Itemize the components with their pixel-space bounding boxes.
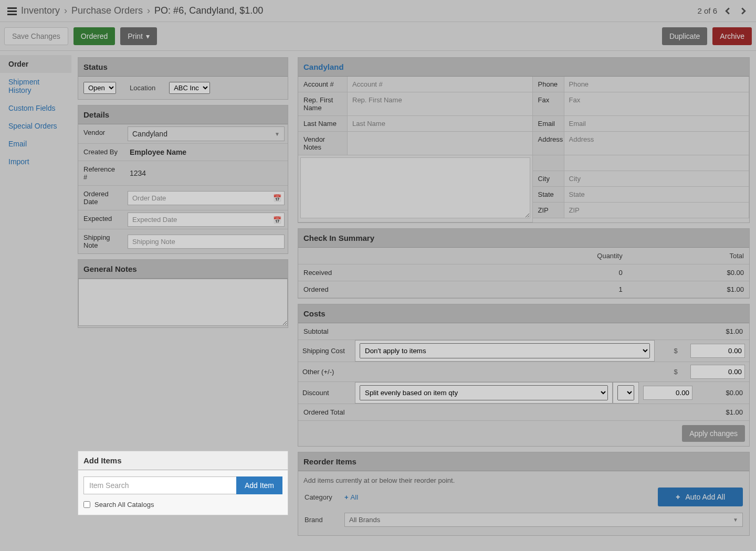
- archive-button[interactable]: Archive: [712, 27, 752, 45]
- apply-changes-button[interactable]: Apply changes: [682, 425, 745, 442]
- discount-currency-select[interactable]: $: [617, 385, 634, 400]
- status-heading: Status: [78, 58, 288, 77]
- items-heading: Items: [0, 546, 756, 551]
- reorder-items-panel: Reorder Items Add items currently at or …: [298, 452, 750, 536]
- ordered-total: $1.00: [628, 281, 749, 298]
- ordered-total-label: Ordered Total: [298, 404, 355, 420]
- city-label: City: [533, 171, 564, 187]
- sidebar-item-import[interactable]: Import: [0, 153, 71, 171]
- vendor-name-link[interactable]: Candyland: [303, 62, 344, 71]
- state-input[interactable]: [566, 188, 748, 200]
- zip-label: ZIP: [533, 203, 564, 218]
- checkin-total-header: Total: [628, 248, 749, 264]
- general-notes-textarea[interactable]: [78, 279, 288, 326]
- sidebar-item-custom-fields[interactable]: Custom Fields: [0, 99, 71, 117]
- shipping-note-label: Shipping Note: [78, 229, 124, 253]
- rep-first-name-input[interactable]: [349, 94, 531, 106]
- shipping-cost-select[interactable]: Don't apply to items: [360, 343, 650, 358]
- brand-select[interactable]: All Brands ▼: [344, 513, 743, 527]
- plus-icon: [676, 493, 682, 501]
- print-label: Print: [128, 32, 143, 40]
- costs-heading: Costs: [298, 304, 749, 323]
- pager-next-icon[interactable]: [738, 6, 749, 16]
- address-input[interactable]: [566, 133, 748, 145]
- created-by-label: Created By: [78, 144, 124, 161]
- item-search-input[interactable]: [83, 476, 236, 494]
- breadcrumb-po-list[interactable]: Purchase Orders: [71, 5, 143, 16]
- other-label: Other (+/-): [298, 365, 355, 378]
- ordered-date-input[interactable]: [128, 191, 285, 205]
- auto-add-label: Auto Add All: [685, 493, 725, 501]
- other-input[interactable]: [690, 365, 745, 379]
- shipping-currency: $: [665, 344, 686, 357]
- zip-input[interactable]: [566, 204, 748, 216]
- costs-panel: Costs Subtotal $1.00 Shipping Cost Don't…: [298, 304, 750, 447]
- vendor-card: Candyland Account # Phone Rep. First Nam…: [298, 57, 750, 223]
- sidebar-item-shipment-history[interactable]: Shipment History: [0, 73, 71, 99]
- search-all-catalogs-label: Search All Catalogs: [94, 501, 154, 508]
- received-total: $0.00: [628, 264, 749, 281]
- brand-label: Brand: [304, 516, 338, 524]
- duplicate-button[interactable]: Duplicate: [662, 27, 707, 45]
- expected-date-input[interactable]: [128, 213, 285, 227]
- phone-label: Phone: [533, 77, 564, 92]
- menu-icon[interactable]: [7, 7, 17, 15]
- discount-select[interactable]: Split evenly based on item qty: [360, 385, 608, 400]
- ordered-qty: 1: [470, 281, 628, 298]
- vendor-label: Vendor: [78, 124, 124, 143]
- auto-add-all-button[interactable]: Auto Add All: [658, 488, 743, 506]
- calendar-icon[interactable]: 📅: [273, 216, 281, 224]
- created-by-value: Employee Name: [128, 146, 188, 158]
- pager-label: 2 of 6: [697, 6, 717, 15]
- ordered-date-label: Ordered Date: [78, 186, 124, 210]
- sidebar-item-email[interactable]: Email: [0, 135, 71, 153]
- shipping-note-input[interactable]: [128, 235, 285, 249]
- city-input[interactable]: [566, 173, 748, 185]
- vendor-notes-label: Vendor Notes: [298, 132, 348, 155]
- subtotal-label: Subtotal: [298, 323, 355, 340]
- chevron-down-icon: ▾: [146, 32, 150, 40]
- triangle-down-icon: ▼: [733, 517, 738, 523]
- add-item-button[interactable]: Add Item: [236, 476, 282, 494]
- sidebar-item-order[interactable]: Order: [0, 55, 71, 73]
- phone-input[interactable]: [566, 78, 748, 90]
- vendor-notes-textarea[interactable]: [300, 157, 530, 218]
- discount-input[interactable]: [643, 386, 692, 400]
- pager-prev-icon[interactable]: [722, 6, 733, 16]
- fax-label: Fax: [533, 92, 564, 116]
- location-select[interactable]: ABC Inc: [169, 82, 210, 94]
- ordered-label: Ordered: [298, 281, 470, 298]
- breadcrumb-current: PO: #6, Candyland, $1.00: [154, 5, 263, 16]
- location-label: Location: [130, 84, 155, 92]
- reference-value: 1234: [128, 167, 148, 179]
- breadcrumb-inventory[interactable]: Inventory: [21, 5, 60, 16]
- vendor-select[interactable]: Candyland ▼: [128, 126, 285, 141]
- brand-value: All Brands: [349, 516, 380, 524]
- category-label: Category: [304, 493, 338, 501]
- ordered-button[interactable]: Ordered: [74, 27, 115, 45]
- sidebar-item-special-orders[interactable]: Special Orders: [0, 117, 71, 135]
- discount-total: $0.00: [697, 386, 749, 399]
- print-button[interactable]: Print ▾: [120, 27, 157, 45]
- category-all-link[interactable]: All: [344, 493, 358, 501]
- discount-label: Discount: [298, 386, 355, 399]
- checkin-qty-header: Quantity: [470, 248, 628, 264]
- vendor-email-label: Email: [533, 116, 564, 132]
- account-label: Account #: [298, 77, 348, 92]
- status-select[interactable]: Open: [83, 82, 116, 94]
- last-name-input[interactable]: [349, 118, 531, 130]
- expected-date-label: Expected: [78, 210, 124, 229]
- calendar-icon[interactable]: 📅: [273, 194, 281, 202]
- last-name-label: Last Name: [298, 116, 348, 132]
- shipping-cost-label: Shipping Cost: [298, 344, 355, 357]
- address2-input[interactable]: [566, 157, 748, 169]
- account-input[interactable]: [349, 78, 531, 90]
- search-all-catalogs-checkbox[interactable]: [83, 501, 90, 508]
- fax-input[interactable]: [566, 94, 748, 106]
- general-notes-heading: General Notes: [78, 260, 288, 279]
- vendor-email-input[interactable]: [566, 118, 748, 130]
- other-currency: $: [665, 365, 686, 378]
- save-button[interactable]: Save Changes: [4, 27, 68, 45]
- details-heading: Details: [78, 105, 288, 124]
- shipping-cost-input[interactable]: [690, 344, 745, 358]
